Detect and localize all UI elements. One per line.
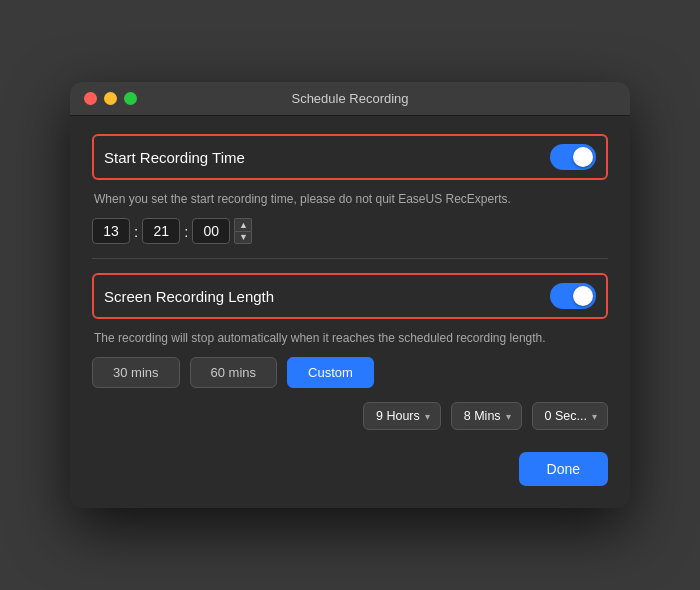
hours-arrow-icon: ▾ [425, 411, 430, 422]
stepper-down-button[interactable]: ▼ [234, 231, 252, 244]
minutes-dropdown[interactable]: 8 Mins ▾ [451, 402, 522, 430]
toggle-thumb [573, 147, 593, 167]
preset-60-button[interactable]: 60 mins [190, 357, 278, 388]
separator-1: : [130, 223, 142, 240]
maximize-button[interactable] [124, 92, 137, 105]
seconds-dropdown[interactable]: 0 Sec... ▾ [532, 402, 608, 430]
seconds-value: 0 Sec... [545, 409, 587, 423]
minutes-arrow-icon: ▾ [506, 411, 511, 422]
close-button[interactable] [84, 92, 97, 105]
preset-30-button[interactable]: 30 mins [92, 357, 180, 388]
hours-input[interactable] [92, 218, 130, 244]
screen-recording-header: Screen Recording Length [92, 273, 608, 319]
toggle-track [550, 144, 596, 170]
start-recording-label: Start Recording Time [104, 149, 536, 166]
screen-recording-section: Screen Recording Length The recording wi… [92, 273, 608, 430]
traffic-lights [84, 92, 137, 105]
done-button[interactable]: Done [519, 452, 608, 486]
screen-recording-label: Screen Recording Length [104, 288, 536, 305]
minimize-button[interactable] [104, 92, 117, 105]
time-input-row: : : ▲ ▼ [92, 218, 608, 244]
start-recording-description: When you set the start recording time, p… [92, 190, 608, 208]
preset-buttons-row: 30 mins 60 mins Custom [92, 357, 608, 388]
duration-row: 9 Hours ▾ 8 Mins ▾ 0 Sec... ▾ [92, 402, 608, 430]
screen-recording-toggle[interactable] [550, 283, 596, 309]
toggle-thumb-2 [573, 286, 593, 306]
hours-dropdown[interactable]: 9 Hours ▾ [363, 402, 441, 430]
time-stepper: ▲ ▼ [234, 218, 252, 244]
preset-custom-button[interactable]: Custom [287, 357, 374, 388]
start-recording-toggle[interactable] [550, 144, 596, 170]
minutes-value: 8 Mins [464, 409, 501, 423]
stepper-up-button[interactable]: ▲ [234, 218, 252, 231]
titlebar: Schedule Recording [70, 82, 630, 116]
toggle-track-2 [550, 283, 596, 309]
section-divider [92, 258, 608, 259]
window-title: Schedule Recording [291, 91, 408, 106]
footer: Done [92, 448, 608, 486]
seconds-arrow-icon: ▾ [592, 411, 597, 422]
separator-2: : [180, 223, 192, 240]
content-area: Start Recording Time When you set the st… [70, 116, 630, 508]
screen-recording-description: The recording will stop automatically wh… [92, 329, 608, 347]
start-recording-section: Start Recording Time When you set the st… [92, 134, 608, 244]
schedule-recording-window: Schedule Recording Start Recording Time … [70, 82, 630, 508]
seconds-input[interactable] [192, 218, 230, 244]
minutes-input[interactable] [142, 218, 180, 244]
hours-value: 9 Hours [376, 409, 420, 423]
start-recording-header: Start Recording Time [92, 134, 608, 180]
